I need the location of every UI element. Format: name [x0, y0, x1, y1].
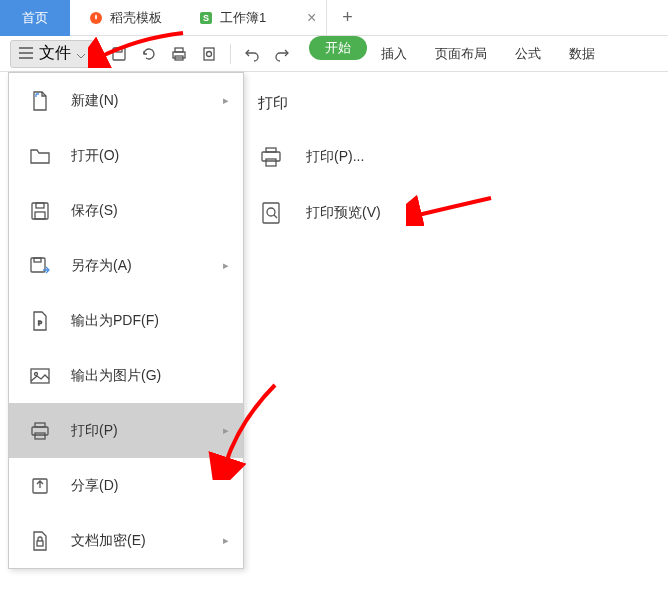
close-icon[interactable]: ×: [307, 9, 316, 27]
save-icon: [27, 200, 53, 222]
tab-label: 稻壳模板: [110, 9, 162, 27]
undo-icon[interactable]: [241, 43, 263, 65]
menu-exportimg[interactable]: 输出为图片(G): [9, 348, 243, 403]
tab-template[interactable]: 稻壳模板: [70, 0, 180, 36]
chevron-right-icon: ▸: [223, 424, 229, 437]
svg-point-20: [35, 372, 38, 375]
divider: [230, 44, 231, 64]
svg-rect-7: [116, 48, 122, 52]
svg-text:S: S: [203, 13, 209, 23]
saveas-icon: [27, 255, 53, 277]
svg-rect-15: [35, 212, 45, 219]
file-label: 文件: [39, 43, 71, 64]
menu-label: 输出为PDF(F): [71, 312, 159, 330]
share-icon: [27, 475, 53, 497]
ribbon-tabs: 开始 插入 页面布局 公式 数据: [309, 36, 609, 72]
print-icon: [27, 420, 53, 442]
svg-line-31: [274, 215, 277, 218]
save-icon[interactable]: [108, 43, 130, 65]
chevron-right-icon: ▸: [223, 259, 229, 272]
menu-label: 分享(D): [71, 477, 118, 495]
redo-icon[interactable]: [271, 43, 293, 65]
tab-label: 工作簿1: [220, 9, 266, 27]
file-button[interactable]: 文件: [10, 40, 94, 68]
encrypt-icon: [27, 530, 53, 552]
menu-encrypt[interactable]: 文档加密(E) ▸: [9, 513, 243, 568]
svg-rect-6: [113, 48, 125, 60]
new-file-icon: [27, 90, 53, 112]
menu-label: 新建(N): [71, 92, 118, 110]
svg-rect-28: [266, 159, 276, 166]
svg-rect-25: [37, 541, 43, 546]
annotation-arrow-icon: [406, 186, 496, 226]
tab-insert[interactable]: 插入: [367, 36, 421, 72]
submenu-label: 打印(P)...: [306, 148, 364, 166]
svg-point-12: [207, 51, 212, 56]
menu-label: 保存(S): [71, 202, 118, 220]
flame-icon: [88, 10, 104, 26]
menu-label: 另存为(A): [71, 257, 132, 275]
menu-label: 打开(O): [71, 147, 119, 165]
tab-workbook[interactable]: S 工作簿1 ×: [180, 0, 327, 36]
menu-share[interactable]: 分享(D): [9, 458, 243, 513]
spreadsheet-icon: S: [198, 10, 214, 26]
print-icon[interactable]: [168, 43, 190, 65]
toolbar: 文件 开始 插入 页面布局 公式 数据: [0, 36, 668, 72]
svg-rect-14: [36, 203, 44, 208]
tab-data[interactable]: 数据: [555, 36, 609, 72]
submenu-print[interactable]: 打印(P)...: [258, 137, 381, 177]
menu-print[interactable]: 打印(P) ▸: [9, 403, 243, 458]
folder-icon: [27, 145, 53, 167]
tab-layout[interactable]: 页面布局: [421, 36, 501, 72]
preview-icon: [258, 201, 284, 225]
print-submenu: 打印 打印(P)... 打印预览(V): [258, 94, 381, 249]
svg-point-30: [267, 208, 275, 216]
file-dropdown: 新建(N) ▸ 打开(O) 保存(S) 另存为(A) ▸ P 输出为PDF(F)…: [8, 72, 244, 569]
svg-rect-23: [35, 433, 45, 439]
tab-start[interactable]: 开始: [309, 36, 367, 60]
menu-saveas[interactable]: 另存为(A) ▸: [9, 238, 243, 293]
image-icon: [27, 365, 53, 387]
svg-rect-29: [263, 203, 279, 223]
chevron-right-icon: ▸: [223, 94, 229, 107]
add-tab-button[interactable]: +: [327, 7, 368, 28]
svg-rect-16: [31, 258, 45, 272]
chevron-down-icon: [77, 45, 85, 63]
submenu-preview[interactable]: 打印预览(V): [258, 193, 381, 233]
tab-formula[interactable]: 公式: [501, 36, 555, 72]
svg-text:P: P: [38, 320, 42, 326]
menu-label: 文档加密(E): [71, 532, 146, 550]
menu-exportpdf[interactable]: P 输出为PDF(F): [9, 293, 243, 348]
menu-label: 输出为图片(G): [71, 367, 161, 385]
menu-new[interactable]: 新建(N) ▸: [9, 73, 243, 128]
svg-rect-17: [34, 258, 41, 262]
hamburger-icon: [19, 45, 33, 63]
chevron-right-icon: ▸: [223, 534, 229, 547]
menu-label: 打印(P): [71, 422, 118, 440]
preview-icon[interactable]: [198, 43, 220, 65]
menu-save[interactable]: 保存(S): [9, 183, 243, 238]
autosave-icon[interactable]: [138, 43, 160, 65]
tab-bar: 首页 稻壳模板 S 工作簿1 × +: [0, 0, 668, 36]
pdf-icon: P: [27, 310, 53, 332]
submenu-title: 打印: [258, 94, 381, 113]
submenu-label: 打印预览(V): [306, 204, 381, 222]
tab-home[interactable]: 首页: [0, 0, 70, 36]
menu-open[interactable]: 打开(O): [9, 128, 243, 183]
svg-rect-11: [204, 48, 214, 60]
print-icon: [258, 145, 284, 169]
